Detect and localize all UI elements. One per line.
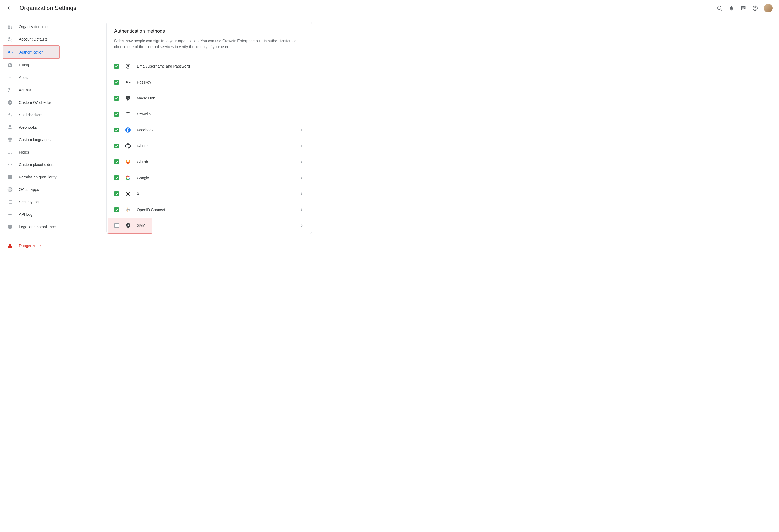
checkbox[interactable] [114, 64, 119, 69]
sidebar-item-label: Agents [19, 88, 31, 92]
globe-icon [7, 137, 13, 143]
method-row-gitlab[interactable]: GitLab [107, 154, 312, 170]
check-circle-icon [7, 99, 13, 106]
checkbox[interactable] [114, 223, 119, 228]
sidebar-item-security-log[interactable]: Security log [3, 196, 106, 208]
chevron-right-icon [299, 128, 304, 132]
sidebar-item-billing[interactable]: $ Billing [3, 59, 106, 71]
sidebar-item-label: Custom placeholders [19, 162, 55, 167]
messages-button[interactable] [740, 5, 746, 11]
plus-circle-icon [7, 174, 13, 180]
sidebar: Organization info Account Defaults Authe… [0, 16, 106, 252]
sidebar-item-permission-granularity[interactable]: Permission granularity [3, 171, 106, 183]
svg-point-27 [126, 81, 128, 83]
shield-lock-icon [125, 222, 131, 228]
user-gear-icon [7, 36, 13, 42]
card-title: Authentication methods [114, 28, 304, 34]
auth-card: Authentication methods Select how people… [106, 22, 312, 234]
key-icon [125, 79, 131, 85]
checkbox[interactable] [114, 191, 119, 196]
method-label: Facebook [137, 128, 293, 132]
fields-icon [7, 149, 13, 155]
sidebar-item-label: Custom languages [19, 138, 51, 142]
sidebar-item-apps[interactable]: Apps [3, 71, 106, 84]
checkbox[interactable] [114, 80, 119, 85]
svg-rect-22 [10, 226, 10, 228]
method-row-email[interactable]: Email/Username and Password [107, 58, 312, 74]
sidebar-item-danger-zone[interactable]: Danger zone [3, 240, 106, 252]
sidebar-item-fields[interactable]: Fields [3, 146, 106, 158]
svg-rect-29 [129, 82, 130, 83]
method-label: SAML [137, 223, 147, 227]
back-button[interactable] [6, 5, 13, 11]
code-icon [7, 162, 13, 168]
sidebar-item-webhooks[interactable]: Webhooks [3, 121, 106, 134]
sidebar-item-authentication[interactable]: Authentication [3, 46, 60, 59]
sidebar-item-api-log[interactable]: API Log [3, 208, 106, 220]
method-row-openid[interactable]: OpenID Connect [107, 202, 312, 218]
download-icon [7, 75, 13, 80]
method-row-github[interactable]: GitHub [107, 138, 312, 154]
method-label: Magic Link [137, 96, 304, 100]
sidebar-item-label: API Log [19, 212, 33, 216]
method-row-magic-link[interactable]: Magic Link [107, 90, 312, 106]
sidebar-item-spellcheckers[interactable]: Spellcheckers [3, 109, 106, 121]
svg-point-25 [10, 247, 10, 247]
sidebar-item-label: Legal and compliance [19, 225, 56, 229]
svg-point-26 [127, 65, 129, 67]
method-label: GitHub [137, 144, 293, 148]
method-label: OpenID Connect [137, 208, 293, 212]
help-icon [752, 5, 758, 11]
method-row-passkey[interactable]: Passkey [107, 74, 312, 90]
method-row-saml-wrap[interactable]: SAML [107, 218, 312, 234]
chevron-right-icon [299, 143, 304, 148]
sidebar-item-organization-info[interactable]: Organization info [3, 20, 106, 33]
sidebar-item-label: Spellcheckers [19, 113, 43, 117]
method-row-google[interactable]: Google [107, 170, 312, 186]
method-label: Email/Username and Password [137, 64, 304, 68]
method-row-facebook[interactable]: Facebook [107, 122, 312, 138]
sidebar-item-agents[interactable]: Agents [3, 84, 106, 96]
avatar[interactable] [764, 4, 773, 12]
help-button[interactable] [752, 5, 759, 11]
webhook-icon [7, 124, 13, 130]
dollar-icon: $ [7, 62, 13, 68]
checkbox[interactable] [114, 159, 119, 164]
chevron-right-icon [299, 207, 304, 212]
method-row-crowdin[interactable]: Crowdin [107, 106, 312, 122]
header-left: Organization Settings [6, 5, 76, 12]
sidebar-item-legal-compliance[interactable]: Legal and compliance [3, 220, 106, 233]
checkbox[interactable] [114, 176, 119, 180]
checkbox[interactable] [114, 143, 119, 148]
sidebar-item-custom-placeholders[interactable]: Custom placeholders [3, 158, 106, 171]
sidebar-item-label: Authentication [19, 50, 44, 54]
bell-icon [729, 5, 734, 11]
spellcheck-icon [7, 112, 13, 118]
method-row-saml[interactable]: SAML [108, 218, 152, 234]
svg-rect-8 [12, 52, 13, 53]
checkbox[interactable] [114, 112, 119, 117]
header-bar: Organization Settings [0, 0, 779, 16]
page-title: Organization Settings [19, 5, 76, 12]
search-button[interactable] [716, 5, 723, 11]
github-icon [125, 143, 131, 149]
svg-rect-32 [128, 225, 129, 226]
sidebar-item-custom-languages[interactable]: Custom languages [3, 134, 106, 146]
arrow-left-icon [7, 5, 13, 11]
building-icon [7, 24, 13, 30]
card-header: Authentication methods Select how people… [107, 22, 312, 55]
notifications-button[interactable] [728, 5, 735, 11]
sidebar-item-oauth-apps[interactable]: OAuth apps [3, 183, 106, 196]
sidebar-item-label: Account Defaults [19, 37, 48, 41]
svg-point-14 [8, 128, 9, 129]
svg-text:$: $ [9, 64, 11, 66]
method-row-x[interactable]: X [107, 186, 312, 202]
sidebar-item-label: Permission granularity [19, 175, 57, 179]
sidebar-item-custom-qa[interactable]: Custom QA checks [3, 96, 106, 109]
checkbox[interactable] [114, 128, 119, 132]
search-icon [717, 5, 722, 11]
svg-point-4 [11, 40, 12, 41]
checkbox[interactable] [114, 96, 119, 101]
checkbox[interactable] [114, 207, 119, 212]
sidebar-item-account-defaults[interactable]: Account Defaults [3, 33, 106, 46]
